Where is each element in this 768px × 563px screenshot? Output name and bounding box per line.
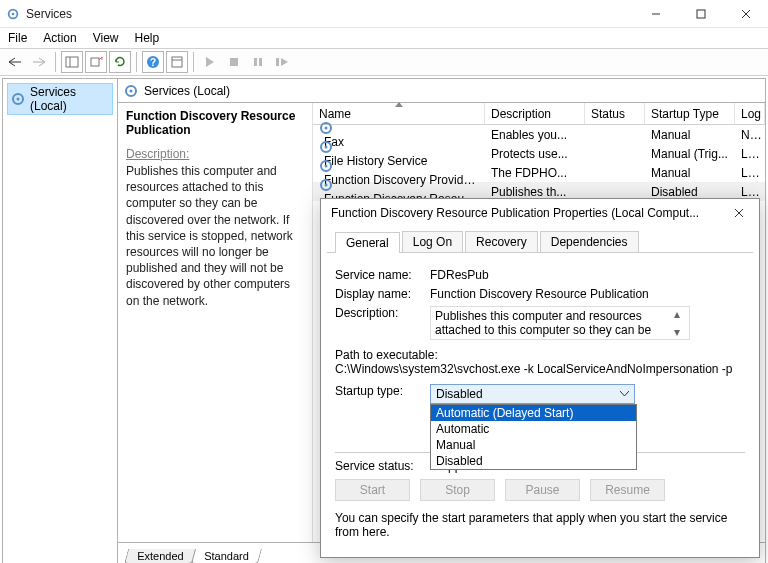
back-button[interactable] <box>4 51 26 73</box>
tree-item-services-local[interactable]: Services (Local) <box>7 83 113 115</box>
svg-rect-6 <box>66 57 78 67</box>
startup-type-select[interactable]: Disabled Automatic (Delayed Start) Autom… <box>430 384 635 404</box>
label-display-name: Display name: <box>335 287 430 301</box>
scroll-up-icon[interactable]: ▴ <box>674 307 688 321</box>
svg-rect-11 <box>172 57 182 67</box>
svg-point-24 <box>325 145 328 148</box>
tab-extended[interactable]: Extended <box>124 549 197 563</box>
toolbar: ? <box>0 48 768 76</box>
sort-asc-icon <box>395 102 403 107</box>
label-service-name: Service name: <box>335 268 430 282</box>
gear-icon <box>11 92 25 106</box>
column-status[interactable]: Status <box>585 103 645 124</box>
list-header-label: Services (Local) <box>144 84 230 98</box>
svg-point-26 <box>325 164 328 167</box>
restart-service-button[interactable] <box>271 51 293 73</box>
svg-rect-8 <box>91 58 99 66</box>
value-service-name: FDResPub <box>430 268 745 282</box>
selected-service-title: Function Discovery Resource Publication <box>126 109 304 137</box>
dialog-title: Function Discovery Resource Publication … <box>331 206 699 220</box>
option-disabled[interactable]: Disabled <box>431 453 636 469</box>
option-manual[interactable]: Manual <box>431 437 636 453</box>
gear-icon <box>319 140 479 154</box>
svg-point-28 <box>325 183 328 186</box>
gear-icon <box>124 84 138 98</box>
stop-button[interactable]: Stop <box>420 479 495 501</box>
titlebar: Services <box>0 0 768 28</box>
svg-rect-3 <box>697 10 705 18</box>
properties-dialog: Function Discovery Resource Publication … <box>320 198 760 558</box>
maximize-button[interactable] <box>678 0 723 28</box>
svg-point-22 <box>325 126 328 129</box>
menu-file[interactable]: File <box>8 31 27 45</box>
start-button[interactable]: Start <box>335 479 410 501</box>
tab-logon[interactable]: Log On <box>402 231 463 252</box>
pause-button[interactable]: Pause <box>505 479 580 501</box>
startup-type-dropdown: Automatic (Delayed Start) Automatic Manu… <box>430 404 637 470</box>
tab-general[interactable]: General <box>335 232 400 253</box>
chevron-down-icon <box>620 391 629 397</box>
svg-rect-16 <box>276 58 279 66</box>
column-description[interactable]: Description <box>485 103 585 124</box>
menu-action[interactable]: Action <box>43 31 76 45</box>
description-textbox[interactable]: Publishes this computer and resources at… <box>430 306 690 340</box>
tab-dependencies[interactable]: Dependencies <box>540 231 639 252</box>
close-button[interactable] <box>723 0 768 28</box>
resume-button[interactable]: Resume <box>590 479 665 501</box>
tree-pane: Services (Local) <box>3 79 118 563</box>
tree-item-label: Services (Local) <box>30 85 109 113</box>
column-startup-type[interactable]: Startup Type <box>645 103 735 124</box>
option-automatic-delayed[interactable]: Automatic (Delayed Start) <box>431 405 636 421</box>
menubar: File Action View Help <box>0 28 768 48</box>
properties-button[interactable] <box>166 51 188 73</box>
svg-rect-15 <box>259 58 262 66</box>
tab-standard[interactable]: Standard <box>191 549 262 563</box>
minimize-button[interactable] <box>633 0 678 28</box>
show-hide-tree-button[interactable] <box>61 51 83 73</box>
help-button[interactable]: ? <box>142 51 164 73</box>
svg-point-1 <box>12 12 15 15</box>
label-service-status: Service status: <box>335 459 430 473</box>
forward-button[interactable] <box>28 51 50 73</box>
gear-icon <box>319 159 479 173</box>
svg-point-18 <box>17 98 20 101</box>
export-list-button[interactable] <box>85 51 107 73</box>
refresh-button[interactable] <box>109 51 131 73</box>
svg-rect-13 <box>230 58 238 66</box>
menu-help[interactable]: Help <box>135 31 160 45</box>
option-automatic[interactable]: Automatic <box>431 421 636 437</box>
scroll-down-icon[interactable]: ▾ <box>674 325 688 339</box>
label-startup-type: Startup type: <box>335 384 430 398</box>
pause-service-button[interactable] <box>247 51 269 73</box>
label-path: Path to executable: <box>335 348 745 362</box>
menu-view[interactable]: View <box>93 31 119 45</box>
list-header-bar: Services (Local) <box>118 79 765 103</box>
value-path: C:\Windows\system32\svchost.exe -k Local… <box>335 362 745 376</box>
svg-text:?: ? <box>150 57 156 68</box>
footer-note: You can specify the start parameters tha… <box>335 511 745 539</box>
description-label: Description: <box>126 147 304 161</box>
stop-service-button[interactable] <box>223 51 245 73</box>
gear-icon <box>319 178 479 192</box>
svg-rect-14 <box>254 58 257 66</box>
description-text: Publishes this computer and resources at… <box>126 163 304 309</box>
label-description: Description: <box>335 306 430 320</box>
svg-point-20 <box>130 89 133 92</box>
value-display-name: Function Discovery Resource Publication <box>430 287 745 301</box>
column-logon[interactable]: Log <box>735 103 765 124</box>
window-title: Services <box>26 7 633 21</box>
column-name[interactable]: Name <box>313 103 485 124</box>
start-service-button[interactable] <box>199 51 221 73</box>
services-app-icon <box>6 7 20 21</box>
tab-recovery[interactable]: Recovery <box>465 231 538 252</box>
dialog-close-button[interactable] <box>719 199 759 227</box>
description-pane: Function Discovery Resource Publication … <box>118 103 313 542</box>
